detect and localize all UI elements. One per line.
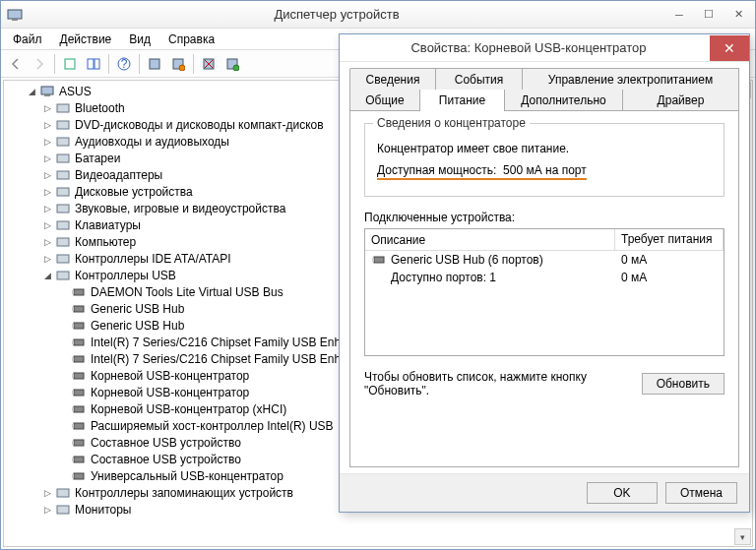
svg-rect-43 [72,407,74,411]
svg-rect-45 [72,424,74,428]
col-description[interactable]: Описание [365,229,615,250]
expander-icon[interactable]: ▷ [41,203,53,214]
svg-rect-48 [74,457,84,462]
uninstall-icon[interactable] [198,53,220,75]
expander-icon[interactable]: ▷ [41,153,53,164]
expander-icon[interactable]: ◢ [41,270,53,281]
tab-events[interactable]: События [436,68,523,90]
svg-rect-33 [72,324,74,328]
toolbar-icon-4[interactable] [221,53,243,75]
svg-rect-26 [57,255,69,263]
svg-rect-29 [72,290,74,294]
svg-rect-18 [57,121,69,129]
category-icon [55,151,71,166]
svg-rect-19 [57,138,69,146]
back-icon[interactable] [5,53,27,75]
expander-icon[interactable]: ▷ [41,169,53,181]
category-icon [55,268,71,283]
list-item[interactable]: Доступно портов: 10 мА [365,269,724,286]
svg-rect-36 [74,356,84,362]
usb-icon [71,318,87,334]
usb-icon [71,351,87,367]
svg-rect-24 [57,221,69,229]
connected-devices-label: Подключенные устройства: [364,211,724,224]
scroll-down-icon[interactable]: ▾ [734,528,751,545]
category-icon [55,502,71,518]
category-icon [55,117,71,133]
svg-rect-46 [74,440,84,446]
close-button[interactable]: ✕ [724,5,753,25]
minimize-button[interactable]: ─ [664,5,694,25]
col-power-required[interactable]: Требует питания [615,229,724,250]
svg-rect-21 [57,171,69,179]
expander-icon[interactable]: ▷ [41,102,53,114]
usb-icon [71,435,87,451]
svg-rect-15 [41,87,53,94]
tab-power-mgmt[interactable]: Управление электропитанием [523,68,739,90]
svg-rect-4 [94,59,99,69]
tab-general[interactable]: Общие [349,90,420,111]
svg-rect-40 [74,390,84,396]
expander-icon[interactable]: ▷ [41,219,53,231]
category-icon [55,251,71,267]
svg-point-14 [233,65,239,71]
svg-rect-41 [72,391,74,395]
menu-file[interactable]: Файл [5,31,50,48]
properties-dialog: Свойства: Корневой USB-концентратор ✕ Св… [339,33,750,513]
expander-icon[interactable]: ▷ [41,119,53,131]
svg-rect-51 [72,474,74,478]
category-icon [55,234,71,250]
menu-help[interactable]: Справка [160,31,222,48]
cancel-button[interactable]: Отмена [665,482,737,504]
expander-icon[interactable]: ▷ [41,253,53,265]
tab-advanced[interactable]: Дополнительно [505,90,623,111]
toolbar-icon-3[interactable] [167,53,189,75]
svg-rect-20 [57,154,69,162]
menu-view[interactable]: Вид [121,31,158,48]
window-title: Диспетчер устройств [9,7,664,22]
svg-rect-53 [57,506,69,514]
toolbar-icon-2[interactable] [83,53,104,75]
connected-devices-list[interactable]: Описание Требует питания Generic USB Hub… [364,228,724,356]
expander-icon[interactable]: ▷ [41,504,53,516]
scan-icon[interactable] [144,53,165,75]
expander-icon[interactable]: ▷ [41,487,53,499]
expander-icon[interactable]: ▷ [41,236,53,248]
usb-icon [71,401,87,417]
expander-icon[interactable]: ▷ [41,186,53,198]
dialog-close-button[interactable]: ✕ [710,35,749,61]
ok-button[interactable]: OK [587,482,658,504]
menu-action[interactable]: Действие [52,31,120,48]
avail-power-value: 500 мА на порт [503,163,587,177]
dialog-titlebar: Свойства: Корневой USB-концентратор ✕ [340,34,749,62]
category-icon [55,134,71,150]
svg-rect-52 [57,489,69,497]
svg-rect-25 [57,238,69,246]
hub-self-powered-text: Концентратор имеет свое питание. [377,142,712,155]
usb-icon [71,452,87,467]
titlebar: Диспетчер устройств ─ ☐ ✕ [1,1,755,29]
svg-rect-32 [74,323,84,329]
maximize-button[interactable]: ☐ [694,5,724,25]
category-icon [55,201,71,216]
list-item[interactable]: Generic USB Hub (6 портов)0 мА [365,251,724,269]
category-icon [55,100,71,116]
tabs: Сведения События Управление электропитан… [349,68,739,111]
svg-rect-44 [74,423,84,429]
tab-driver[interactable]: Драйвер [623,90,739,111]
help-icon[interactable]: ? [113,53,135,75]
forward-icon[interactable] [29,53,50,75]
available-power-line: Доступная мощность: 500 мА на порт [377,163,587,180]
tab-content: Сведения о концентраторе Концентратор им… [349,110,739,467]
svg-rect-27 [57,272,69,279]
expander-icon[interactable]: ▷ [41,136,53,148]
usb-icon [371,252,387,268]
tab-details[interactable]: Сведения [349,68,436,90]
hub-info-group: Сведения о концентраторе Концентратор им… [364,123,724,197]
refresh-button[interactable]: Обновить [642,373,724,395]
usb-icon [71,468,87,484]
svg-rect-50 [74,473,84,479]
usb-icon [71,385,87,400]
toolbar-icon-1[interactable] [59,53,81,75]
tab-power[interactable]: Питание [420,90,505,111]
